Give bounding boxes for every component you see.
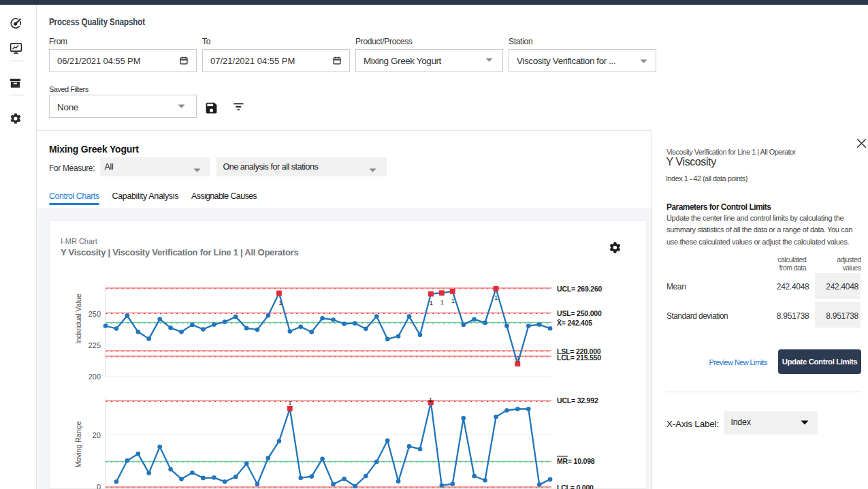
svg-text:1: 1 bbox=[288, 399, 291, 407]
svg-text:USL= 250.000: USL= 250.000 bbox=[557, 309, 602, 317]
svg-text:1: 1 bbox=[429, 396, 432, 403]
svg-text:0: 0 bbox=[97, 483, 101, 489]
svg-text:MR= 10.098: MR= 10.098 bbox=[557, 457, 595, 465]
svg-text:1: 1 bbox=[516, 354, 519, 362]
svg-text:1: 1 bbox=[430, 299, 433, 306]
svg-text:Individual Value: Individual Value bbox=[74, 294, 82, 344]
svg-text:20: 20 bbox=[93, 431, 101, 439]
svg-text:LCL= 0.000: LCL= 0.000 bbox=[557, 484, 594, 489]
svg-text:UCL= 269.260: UCL= 269.260 bbox=[557, 285, 602, 293]
svg-text:225: 225 bbox=[89, 341, 101, 349]
svg-text:Moving Range: Moving Range bbox=[74, 421, 82, 468]
svg-text:250: 250 bbox=[89, 310, 101, 318]
svg-text:1: 1 bbox=[494, 294, 498, 301]
svg-text:200: 200 bbox=[89, 373, 101, 381]
svg-text:1: 1 bbox=[440, 298, 444, 306]
svg-text:X̄= 242.405: X̄= 242.405 bbox=[557, 319, 592, 327]
svg-text:UCL= 32.992: UCL= 32.992 bbox=[557, 396, 598, 405]
svg-text:1: 1 bbox=[451, 297, 455, 304]
svg-text:1: 1 bbox=[278, 299, 282, 306]
svg-text:LCL= 215.550: LCL= 215.550 bbox=[557, 353, 601, 362]
